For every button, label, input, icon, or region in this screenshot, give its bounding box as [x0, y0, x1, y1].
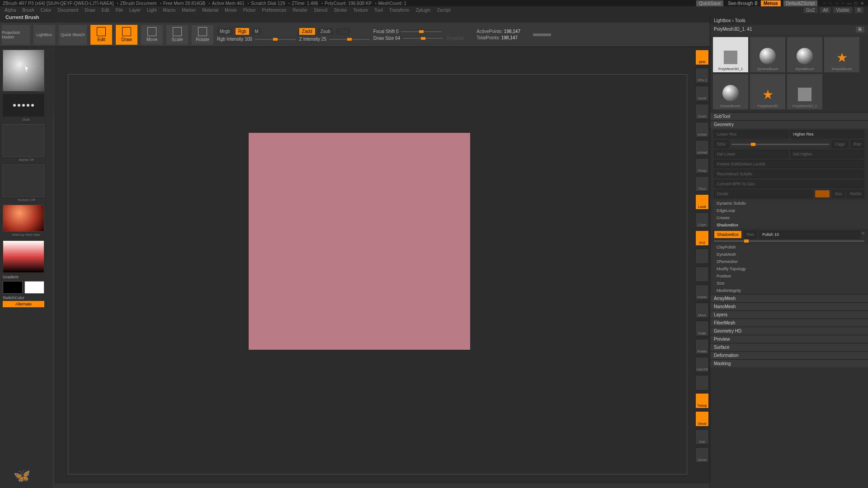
rside-scroll[interactable]: Scroll — [695, 86, 709, 101]
zcut-toggle[interactable]: Zcut — [336, 28, 350, 35]
del-lower-button[interactable]: Del Lower — [714, 150, 788, 158]
mrgb-toggle[interactable]: Mrgb — [217, 28, 233, 35]
menu-macro[interactable]: Macro — [163, 8, 176, 13]
menu-edit[interactable]: Edit — [102, 8, 109, 13]
fibermesh-panel[interactable]: FiberMesh — [710, 319, 868, 327]
alpha-thumb[interactable] — [3, 124, 44, 157]
menu-draw[interactable]: Draw — [85, 8, 95, 13]
zsub-toggle[interactable]: Zsub — [318, 28, 333, 35]
higher-res-button[interactable]: Higher Res — [790, 130, 865, 138]
geometry-panel[interactable]: Geometry — [710, 121, 868, 128]
preview-panel[interactable]: Preview — [710, 335, 868, 343]
arraymesh-panel[interactable]: ArrayMesh — [710, 295, 868, 302]
shadowbox-res-slider[interactable]: Res — [744, 230, 757, 239]
tool-thumb[interactable]: AlphaBrush — [787, 37, 822, 72]
rside-aahalf[interactable]: AAHalf — [695, 140, 709, 155]
goz-r-button[interactable]: R — [855, 7, 863, 13]
menu-stencil[interactable]: Stencil — [314, 8, 327, 13]
rside-actual[interactable]: Actual — [695, 122, 709, 137]
menu-material[interactable]: Material — [203, 8, 219, 13]
minimize-icon[interactable]: — — [846, 1, 853, 6]
subtool-panel[interactable]: SubTool — [710, 113, 868, 120]
rside-btn12[interactable] — [695, 267, 709, 282]
nanomesh-panel[interactable]: NanoMesh — [710, 303, 868, 310]
menus-toggle[interactable]: Menus — [761, 0, 781, 6]
mesh-object[interactable] — [249, 133, 470, 350]
close-icon[interactable]: ✕ — [859, 1, 865, 6]
rside-btn11[interactable] — [695, 249, 709, 264]
rside-spix-3[interactable]: SPix 3 — [695, 68, 709, 83]
menu-transform[interactable]: Transform — [389, 8, 409, 13]
edgeloop-panel[interactable]: EdgeLoop — [710, 207, 868, 214]
rotate-mode-button[interactable]: Rotate — [192, 25, 213, 45]
min-icon[interactable]: ▫ — [840, 1, 846, 6]
dynamesh-panel[interactable]: DynaMesh — [710, 251, 868, 258]
dynamic-toggle[interactable]: Dynamic — [446, 36, 464, 41]
menu-layer[interactable]: Layer — [129, 8, 141, 13]
rside-line-fill[interactable]: Line Fill — [695, 357, 709, 372]
swatch-secondary[interactable] — [24, 281, 44, 294]
tool-thumb[interactable]: SimpleBrush — [824, 37, 859, 72]
menu-stroke[interactable]: Stroke — [334, 8, 347, 13]
freeze-subdiv-button[interactable]: Freeze SubDivision Levels — [714, 160, 864, 168]
tool-thumb[interactable]: PolyMesh3D — [750, 74, 785, 109]
default-zscript[interactable]: DefaultZScript — [783, 0, 817, 6]
cage-toggle[interactable]: Cage — [832, 140, 848, 148]
masking-panel[interactable]: Masking — [710, 360, 868, 367]
rside-bpr[interactable]: BPR — [695, 50, 709, 65]
move-mode-button[interactable]: Move — [141, 25, 163, 45]
layers-panel[interactable]: Layers — [710, 311, 868, 319]
rgb-intensity-slider[interactable]: Rgb Intensity 100 — [217, 37, 252, 42]
current-brush-thumb[interactable] — [3, 50, 44, 91]
swatch-primary[interactable] — [3, 281, 23, 294]
menu-picker[interactable]: Picker — [243, 8, 256, 13]
rside-xyz[interactable]: XYZ — [695, 230, 709, 246]
rstr-toggle[interactable]: Rstr — [851, 140, 865, 148]
menu-zplugin[interactable]: Zplugin — [416, 8, 431, 13]
position-panel[interactable]: Position — [710, 272, 868, 280]
draw-size-slider[interactable]: Draw Size 64 — [373, 36, 400, 41]
rside-local[interactable]: Local — [695, 194, 709, 210]
switchcolor-button[interactable]: SwitchColor — [3, 296, 50, 300]
menu-brush[interactable]: Brush — [23, 8, 34, 13]
lightbox-button[interactable]: LightBox — [33, 25, 55, 45]
color-picker[interactable] — [3, 240, 44, 273]
rside-scale[interactable]: Scale — [695, 321, 709, 336]
surface-panel[interactable]: Surface — [710, 343, 868, 351]
min-icon[interactable]: ▫ — [834, 1, 840, 6]
lightbox-tools-header[interactable]: Lightbox › Tools — [710, 16, 868, 25]
tool-thumb[interactable]: SphereBrush — [750, 37, 785, 72]
menu-render[interactable]: Render — [293, 8, 308, 13]
quicksketch-button[interactable]: Quick Sketch — [59, 25, 87, 45]
tool-name[interactable]: PolyMesh3D_1. 41 — [714, 27, 752, 33]
menu-color[interactable]: Color — [41, 8, 52, 13]
shadowbox-panel[interactable]: ShadowBox — [710, 221, 868, 229]
zadd-toggle[interactable]: Zadd — [299, 28, 315, 35]
menu-marker[interactable]: Marker — [182, 8, 196, 13]
size-panel[interactable]: Size — [710, 280, 868, 287]
tool-thumb[interactable]: EraserBrush — [713, 74, 748, 109]
goz-all-button[interactable]: All — [820, 7, 830, 13]
canvas-area[interactable] — [54, 47, 710, 483]
redn-toggle[interactable]: ReDN — [847, 190, 864, 198]
tool-r-button[interactable]: R — [856, 27, 864, 33]
sdiv-slider[interactable]: SDiv — [714, 140, 729, 148]
rgb-toggle[interactable]: Rgb — [236, 28, 249, 35]
rside-zoom[interactable]: Zoom — [695, 104, 709, 119]
modify-topology-panel[interactable]: Modify Topology — [710, 265, 868, 272]
menu-preferences[interactable]: Preferences — [262, 8, 287, 13]
scale-mode-button[interactable]: Scale — [166, 25, 188, 45]
divide-extra[interactable] — [815, 190, 830, 198]
doc-scrub[interactable] — [533, 33, 551, 36]
goz-button[interactable]: GoZ — [803, 7, 817, 13]
m-toggle[interactable]: M — [252, 28, 261, 35]
z-intensity-slider[interactable]: Z Intensity 25 — [299, 37, 326, 42]
convert-bpr-button[interactable]: Convert BPR To Geo — [714, 180, 864, 188]
focal-shift-slider[interactable]: Focal Shift 0 — [373, 29, 399, 34]
deformation-panel[interactable]: Deformation — [710, 352, 868, 359]
geometryhd-panel[interactable]: Geometry HD — [710, 327, 868, 335]
rside-btn18[interactable] — [695, 375, 709, 390]
draw-mode-button[interactable]: Draw — [116, 25, 137, 45]
tool-thumb[interactable]: PolyMesh3D_1 — [787, 74, 822, 109]
rside-rotate[interactable]: Rotate — [695, 339, 709, 354]
